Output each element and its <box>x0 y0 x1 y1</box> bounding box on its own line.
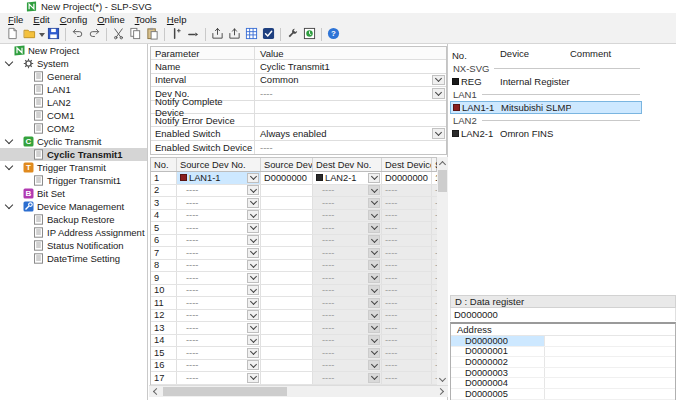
grid-cell[interactable]: ---- <box>382 372 432 384</box>
tree-item-ip-address-assignment[interactable]: IP Address Assignment <box>0 226 147 239</box>
grid-cell[interactable]: 13 <box>151 322 177 334</box>
grid-cell[interactable]: ---- <box>313 247 382 259</box>
grid-cell[interactable] <box>261 360 313 372</box>
source-dev-dropdown[interactable] <box>247 173 259 183</box>
source-dev-dropdown[interactable] <box>247 335 259 345</box>
menu-item-config[interactable]: Config <box>55 14 92 25</box>
scroll-down-icon[interactable] <box>437 373 448 385</box>
grid-cell[interactable]: ---- <box>177 210 261 222</box>
address-row-d0000001[interactable]: D0000001 <box>451 347 675 358</box>
dest-dev-dropdown[interactable] <box>368 198 380 208</box>
menu-item-help[interactable]: Help <box>162 14 192 25</box>
open-folder-button[interactable] <box>21 27 38 43</box>
source-dev-dropdown[interactable] <box>247 348 259 358</box>
grid-cell[interactable]: ---- <box>382 285 432 297</box>
param-value[interactable]: Common <box>255 74 446 86</box>
grid-cell[interactable] <box>261 272 313 284</box>
dest-dev-dropdown[interactable] <box>368 210 380 220</box>
menu-item-online[interactable]: Online <box>92 14 129 25</box>
source-dev-dropdown[interactable] <box>247 185 259 195</box>
grid-cell[interactable]: ---- <box>313 235 382 247</box>
source-dev-dropdown[interactable] <box>247 373 259 383</box>
tree-item-cyclic-transmit[interactable]: CCyclic Transmit <box>0 135 147 148</box>
source-dev-dropdown[interactable] <box>247 248 259 258</box>
grid-cell[interactable]: ---- <box>177 335 261 347</box>
insert-mark-button[interactable] <box>168 27 185 43</box>
copy-button[interactable] <box>127 27 144 43</box>
param-value[interactable] <box>255 101 446 113</box>
source-dev-dropdown[interactable] <box>247 285 259 295</box>
import-button[interactable] <box>209 27 226 43</box>
chevron-down-icon[interactable] <box>5 136 13 144</box>
menu-item-edit[interactable]: Edit <box>28 14 54 25</box>
grid-cell[interactable]: ---- <box>177 347 261 359</box>
verify-button[interactable] <box>260 27 277 43</box>
dest-dev-dropdown[interactable] <box>368 285 380 295</box>
tree-item-lan1[interactable]: LAN1 <box>0 83 147 96</box>
param-value[interactable]: ---- <box>255 141 446 154</box>
address-row-d0000005[interactable]: D0000005 <box>451 389 675 400</box>
grid-cell[interactable]: ---- <box>382 360 432 372</box>
dest-dev-dropdown[interactable] <box>368 373 380 383</box>
menu-item-file[interactable]: File <box>3 14 28 25</box>
tree-item-com1[interactable]: COM1 <box>0 109 147 122</box>
combo-dropdown-button[interactable] <box>432 128 445 138</box>
grid-cell[interactable]: ---- <box>177 260 261 272</box>
export-button[interactable] <box>226 27 243 43</box>
grid-cell[interactable]: ---- <box>177 322 261 334</box>
dest-dev-dropdown[interactable] <box>368 273 380 283</box>
grid-cell[interactable]: 3 <box>151 197 177 209</box>
grid-cell[interactable]: ---- <box>177 235 261 247</box>
grid-cell[interactable]: ---- <box>313 185 382 197</box>
grid-cell[interactable]: ---- <box>382 197 432 209</box>
table-button[interactable] <box>243 27 260 43</box>
tree-item-datetime-setting[interactable]: DateTime Setting <box>0 252 147 265</box>
tree-item-trigger-transmit1[interactable]: Trigger Transmit1 <box>0 174 147 187</box>
grid-cell[interactable]: 9 <box>151 272 177 284</box>
tree-item-device-management[interactable]: Device Management <box>0 200 147 213</box>
address-row-d0000000[interactable]: D0000000 <box>451 336 675 347</box>
source-dev-dropdown[interactable] <box>247 260 259 270</box>
grid-cell[interactable]: ---- <box>177 360 261 372</box>
grid-cell[interactable]: ---- <box>313 285 382 297</box>
grid-cell[interactable]: D0000000 <box>261 172 313 184</box>
tree-item-bit-set[interactable]: BBit Set <box>0 187 147 200</box>
param-value[interactable]: Always enabled <box>255 127 446 139</box>
scroll-left-icon[interactable] <box>149 386 161 397</box>
tree-item-trigger-transmit[interactable]: TTrigger Transmit <box>0 161 147 174</box>
grid-horizontal-scrollbar[interactable] <box>149 385 448 397</box>
grid-cell[interactable] <box>261 222 313 234</box>
scroll-right-icon[interactable] <box>435 386 447 397</box>
grid-cell[interactable]: ---- <box>382 272 432 284</box>
grid-vertical-scrollbar[interactable] <box>437 157 448 385</box>
scroll-up-icon[interactable] <box>437 157 448 169</box>
tree-item-backup-restore[interactable]: Backup Restore <box>0 213 147 226</box>
grid-cell[interactable] <box>261 235 313 247</box>
vertical-scroll-thumb[interactable] <box>438 170 447 192</box>
dest-dev-dropdown[interactable] <box>368 185 380 195</box>
source-dev-dropdown[interactable] <box>247 210 259 220</box>
dest-dev-dropdown[interactable] <box>368 298 380 308</box>
grid-cell[interactable]: LAN2-1 <box>313 172 382 184</box>
grid-cell[interactable]: ---- <box>313 372 382 384</box>
data-register-value-field[interactable]: D0000000 <box>450 308 676 321</box>
grid-cell[interactable]: ---- <box>382 322 432 334</box>
dest-dev-dropdown[interactable] <box>368 260 380 270</box>
dest-dev-dropdown[interactable] <box>368 323 380 333</box>
grid-cell[interactable]: ---- <box>382 260 432 272</box>
grid-cell[interactable]: ---- <box>313 222 382 234</box>
undo-button[interactable] <box>69 27 86 43</box>
grid-cell[interactable]: ---- <box>313 310 382 322</box>
new-file-button[interactable] <box>4 27 21 43</box>
dest-dev-dropdown[interactable] <box>368 235 380 245</box>
cut-button[interactable] <box>110 27 127 43</box>
source-dev-dropdown[interactable] <box>247 360 259 370</box>
chevron-down-icon[interactable] <box>5 201 13 209</box>
source-dev-dropdown[interactable] <box>247 235 259 245</box>
param-value[interactable]: Cyclic Transmit1 <box>255 60 446 72</box>
grid-cell[interactable]: ---- <box>177 222 261 234</box>
grid-cell[interactable]: ---- <box>313 197 382 209</box>
grid-cell[interactable]: ---- <box>177 297 261 309</box>
dest-dev-dropdown[interactable] <box>368 348 380 358</box>
grid-cell[interactable] <box>261 185 313 197</box>
